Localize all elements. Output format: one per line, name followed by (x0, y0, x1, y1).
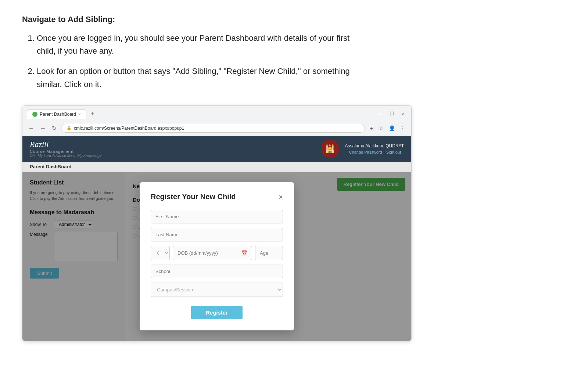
user-actions: Change Password Sign out (345, 150, 404, 154)
menu-icon[interactable]: ⋮ (399, 125, 407, 132)
site-header-right: 🕌 Assalamu Alaikkum, QUDRAT Change Passw… (321, 140, 404, 158)
lock-icon: 🔒 (67, 126, 72, 130)
calendar-icon[interactable]: 📅 (241, 250, 247, 256)
browser-toolbar: ← → ↻ 🔒 cmic.raziil.com/Screens/ParentDa… (27, 122, 407, 136)
forward-button[interactable]: → (39, 124, 47, 132)
mosque-icon: 🕌 (321, 140, 339, 158)
site-logo: Raziil Course Management Oh...My Lord Ad… (30, 140, 101, 158)
profile-icon[interactable]: 👤 (387, 125, 397, 132)
browser-chrome: Parent DashBoard × + — ❐ × ← → ↻ 🔒 cmic.… (22, 106, 411, 136)
restore-button[interactable]: ❐ (388, 110, 397, 117)
browser-tab-active[interactable]: Parent DashBoard × (27, 110, 86, 119)
tab-favicon (32, 112, 37, 117)
last-name-input[interactable] (151, 228, 283, 241)
instruction-step-2: Look for an option or button that says "… (37, 65, 353, 90)
dob-container: 📅 (173, 246, 252, 260)
logo-name: Raziil (30, 140, 101, 149)
browser-toolbar-right: ⊞ ☆ 👤 ⋮ (368, 125, 407, 132)
instructions-heading: Navigate to Add Sibling: (22, 15, 353, 24)
modal-register-button[interactable]: Register (191, 306, 243, 319)
browser-mockup: Parent DashBoard × + — ❐ × ← → ↻ 🔒 cmic.… (22, 105, 412, 341)
close-button[interactable]: × (399, 110, 407, 117)
browser-tabs: Parent DashBoard × + (27, 109, 97, 119)
page-title: Parent DashBoard (30, 164, 71, 169)
logo-motto: Oh...My Lord Advance Me In My Knowledge (30, 154, 101, 158)
tab-close-button[interactable]: × (78, 112, 81, 117)
gender-select[interactable]: Gender Male Female (151, 246, 169, 260)
new-tab-button[interactable]: + (88, 109, 98, 119)
campus-select-container: Campus/Session (151, 283, 283, 297)
modal-header: Register Your New Child × (151, 193, 283, 201)
refresh-button[interactable]: ↻ (50, 124, 58, 132)
address-text: cmic.raziil.com/Screens/ParentDashBoard.… (74, 126, 184, 131)
gender-dob-row: Gender Male Female 📅 (151, 246, 283, 260)
modal-overlay[interactable]: Register Your New Child × Gender Male Fe… (22, 172, 411, 341)
address-bar[interactable]: 🔒 cmic.raziil.com/Screens/ParentDashBoar… (61, 124, 365, 133)
tab-label: Parent DashBoard (40, 112, 76, 117)
change-password-link[interactable]: Change Password (349, 150, 382, 154)
extensions-icon[interactable]: ⊞ (368, 125, 375, 132)
user-greeting: Assalamu Alaikkum, QUDRAT (345, 143, 404, 148)
sign-out-link[interactable]: Sign out (386, 150, 401, 154)
bookmark-icon[interactable]: ☆ (377, 125, 385, 132)
gender-select-container: Gender Male Female (151, 246, 170, 260)
instruction-step-1: Once you are logged in, you should see y… (37, 32, 353, 57)
site-subheader: Parent DashBoard (22, 162, 411, 172)
instructions-section: Navigate to Add Sibling: Once you are lo… (22, 15, 353, 91)
dob-input[interactable] (178, 250, 239, 256)
age-input[interactable] (255, 246, 283, 260)
back-button[interactable]: ← (27, 124, 36, 132)
register-child-modal: Register Your New Child × Gender Male Fe… (140, 182, 294, 330)
first-name-input[interactable] (151, 210, 283, 223)
site-main: Student List If you are going to pay usi… (22, 172, 411, 341)
window-controls: — ❐ × (376, 109, 407, 117)
campus-select[interactable]: Campus/Session (151, 283, 283, 297)
user-info: Assalamu Alaikkum, QUDRAT Change Passwor… (345, 143, 404, 154)
logo-sub: Course Management (30, 149, 101, 154)
modal-close-button[interactable]: × (279, 193, 283, 201)
minimize-button[interactable]: — (376, 110, 385, 117)
instructions-list: Once you are logged in, you should see y… (37, 32, 353, 91)
site-header: Raziil Course Management Oh...My Lord Ad… (22, 136, 411, 162)
website-content: Raziil Course Management Oh...My Lord Ad… (22, 136, 411, 341)
school-input[interactable] (151, 265, 283, 278)
modal-title: Register Your New Child (151, 193, 236, 201)
